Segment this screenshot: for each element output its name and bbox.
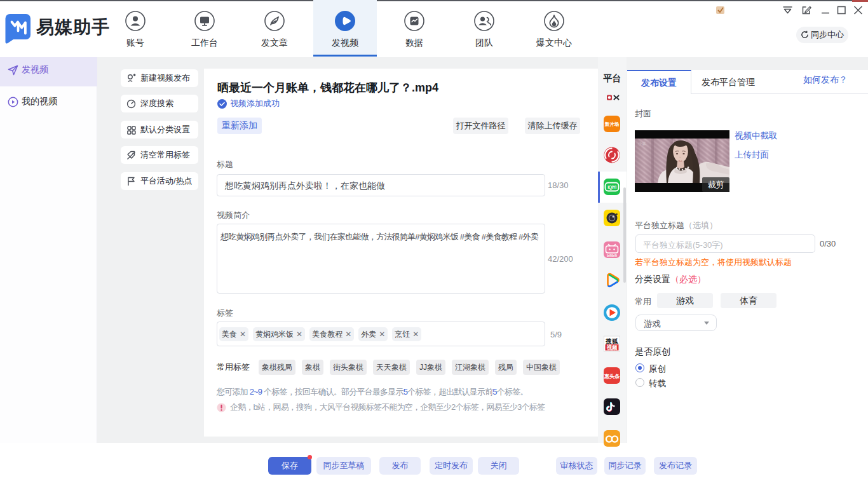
svg-text:搜狐: 搜狐	[606, 337, 619, 344]
svg-text:惠头条: 惠头条	[604, 374, 620, 379]
svg-text:视频: 视频	[606, 344, 618, 351]
svg-text:iQIYI: iQIYI	[607, 185, 616, 190]
svg-text:新片场: 新片场	[604, 121, 620, 127]
svg-text:小森: 小森	[638, 141, 647, 146]
svg-text:bilibili: bilibili	[607, 254, 617, 257]
